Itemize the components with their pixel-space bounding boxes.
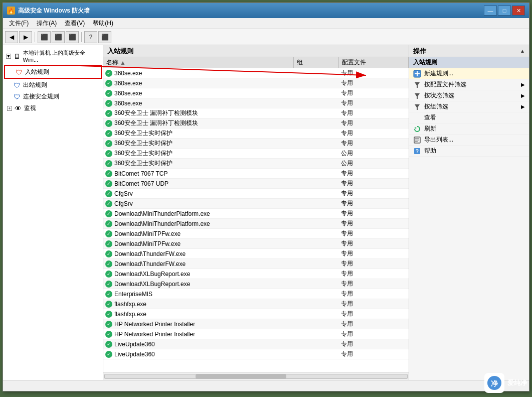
table-row[interactable]: ✓360se.exe专用 [103,78,409,88]
status-icon: ✓ [105,230,112,237]
svg-rect-2 [415,73,420,74]
table-row[interactable]: ✓Download\ThunderFW.exe专用 [103,259,409,269]
table-row[interactable]: ✓360se.exe专用 [103,68,409,78]
action-export[interactable]: 导出列表... [409,135,529,146]
table-row[interactable]: ✓360安全卫士 漏洞补丁检测模块专用 [103,108,409,118]
col-group[interactable]: 组 [294,57,339,68]
menu-view[interactable]: 查看(V) [61,18,89,29]
toolbar-btn-4[interactable]: ⬛ [98,31,111,43]
table-row[interactable]: ✓Download\XLBugReport.exe专用 [103,269,409,279]
table-row[interactable]: ✓360se.exe专用 [103,88,409,98]
table-row[interactable]: ✓flashfxp.exe专用 [103,299,409,309]
restore-button[interactable]: □ [498,6,511,16]
action-help[interactable]: ? 帮助 [409,146,529,157]
cell-name: ✓BitComet 7067 UDP [103,179,294,188]
action-new-rule[interactable]: 新建规则... [409,68,529,79]
table-row[interactable]: ✓BitComet 7067 UDP专用 [103,179,409,189]
close-button[interactable]: ✕ [512,6,525,16]
inbound-icon: 🛡 [15,68,23,76]
table-row[interactable]: ✓HP Networked Printer Installer专用 [103,319,409,329]
tree-item-inbound[interactable]: 🛡 入站规则 [4,65,102,79]
action-filter-status-label: 按状态筛选 [424,91,454,100]
status-icon: ✓ [105,90,112,97]
status-icon: ✓ [105,200,112,207]
table-row[interactable]: ✓Download\ThunderFW.exe专用 [103,249,409,259]
col-profile[interactable]: 配置文件 [339,57,409,68]
cell-profile: 专用 [339,239,409,248]
table-row[interactable]: ✓EnterpriseMIS专用 [103,289,409,299]
monitor-icon: 👁 [14,104,22,112]
cell-profile: 专用 [339,289,409,299]
toolbar-btn-3[interactable]: ⬛ [66,31,79,43]
minimize-button[interactable]: — [484,6,497,16]
cell-group [294,229,339,238]
scrollbar-track[interactable] [104,374,408,379]
cell-profile: 专用 [339,249,409,258]
cell-group [294,249,339,258]
cell-group [294,319,339,329]
table-row[interactable]: ✓360安全卫士实时保护公用 [103,159,409,169]
table-row[interactable]: ✓360se.exe专用 [103,98,409,108]
col-name[interactable]: 名称 ▲ [103,57,294,68]
table-row[interactable]: ✓CfgSrv专用 [103,189,409,199]
table-row[interactable]: ✓360安全卫士 漏洞补丁检测模块专用 [103,118,409,128]
cell-name: ✓360安全卫士 漏洞补丁检测模块 [103,118,294,128]
menu-help[interactable]: 帮助(H) [89,18,117,29]
monitor-expand[interactable]: + [7,106,12,111]
table-row[interactable]: ✓CfgSrv专用 [103,199,409,209]
cell-name: ✓EnterpriseMIS [103,289,294,299]
toolbar-help[interactable]: ? [84,31,97,43]
table-row[interactable]: ✓360安全卫士实时保护专用 [103,128,409,139]
action-filter-status[interactable]: 按状态筛选 ▶ [409,90,529,101]
table-row[interactable]: ✓Download\MiniThunderPlatform.exe专用 [103,219,409,229]
table-row[interactable]: ✓BitComet 7067 TCP专用 [103,169,409,179]
table-header: 名称 ▲ 组 配置文件 [103,57,409,68]
action-filter-profile[interactable]: 按配置文件筛选 ▶ [409,79,529,90]
table-body[interactable]: ✓360se.exe专用✓360se.exe专用✓360se.exe专用✓360… [103,68,409,372]
svg-marker-3 [415,82,420,88]
table-row[interactable]: ✓Download\MiniTPFw.exe专用 [103,239,409,249]
table-row[interactable]: ✓flashfxp.exe专用 [103,309,409,319]
table-row[interactable]: ✓360安全卫士实时保护专用 [103,139,409,149]
scrollbar-thumb[interactable] [196,374,286,378]
svg-marker-4 [415,93,420,99]
table-row[interactable]: ✓LiveUpdate360专用 [103,349,409,359]
help-icon: ? [413,147,421,155]
status-icon: ✓ [105,130,112,137]
action-filter-group[interactable]: 按组筛选 ▶ [409,101,529,112]
action-new-rule-label: 新建规则... [424,69,453,78]
cell-group [294,68,339,78]
toolbar-forward[interactable]: ▶ [19,31,32,43]
status-icon: ✓ [105,250,112,257]
table-row[interactable]: ✓Download\MiniThunderPlatform.exe专用 [103,209,409,219]
cell-profile: 专用 [339,329,409,339]
cell-name: ✓BitComet 7067 TCP [103,169,294,178]
watermark-logo: 净 [484,373,504,393]
table-row[interactable]: ✓Download\XLBugReport.exe专用 [103,279,409,289]
status-icon: ✓ [105,100,112,107]
toolbar-back[interactable]: ◀ [5,31,18,43]
toolbar-btn-2[interactable]: ⬛ [52,31,65,43]
window-title: 高级安全 Windows 防火墙 [18,7,484,15]
menu-action[interactable]: 操作(A) [33,18,61,29]
menu-file[interactable]: 文件(F) [5,18,33,29]
tree-root[interactable]: ▼ 🖥 本地计算机 上的高级安全 Wini... [3,47,103,65]
action-view[interactable]: 查看 [409,112,529,123]
table-row[interactable]: ✓Download\MiniTPFw.exe专用 [103,229,409,239]
status-bar [3,380,529,391]
tree-item-outbound[interactable]: 🛡 出站规则 [3,79,103,91]
cell-name: ✓Download\ThunderFW.exe [103,259,294,269]
table-row[interactable]: ✓360安全卫士实时保护公用 [103,149,409,159]
horizontal-scrollbar[interactable] [103,372,409,380]
table-row[interactable]: ✓HP Networked Printer Installer专用 [103,329,409,339]
cell-profile: 专用 [339,108,409,118]
tree-item-monitor[interactable]: + 👁 监视 [3,102,103,114]
tree-expand-icon[interactable]: ▼ [6,54,11,59]
svg-text:净: 净 [491,379,498,387]
action-refresh[interactable]: 刷新 [409,123,529,135]
collapse-arrow[interactable]: ▲ [520,48,525,54]
toolbar-btn-1[interactable]: ⬛ [38,31,51,43]
table-row[interactable]: ✓LiveUpdate360专用 [103,339,409,349]
tree-item-connection[interactable]: 🛡 连接安全规则 [3,91,103,102]
cell-name: ✓360安全卫士实时保护 [103,128,294,138]
